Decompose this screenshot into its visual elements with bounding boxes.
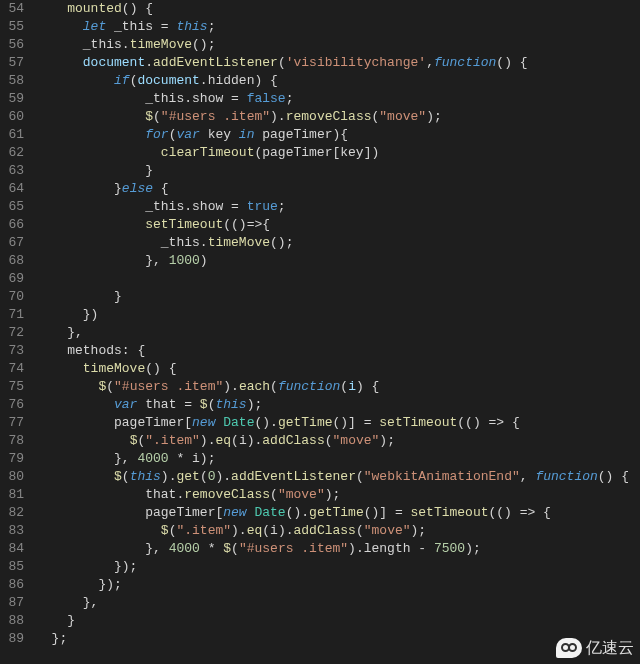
line-number: 61	[0, 126, 24, 144]
line-number: 57	[0, 54, 24, 72]
line-number: 86	[0, 576, 24, 594]
line-number: 76	[0, 396, 24, 414]
line-number: 87	[0, 594, 24, 612]
line-number: 67	[0, 234, 24, 252]
line-number: 89	[0, 630, 24, 648]
line-number: 88	[0, 612, 24, 630]
code-line[interactable]: _this.show = true;	[36, 198, 640, 216]
code-line[interactable]: clearTimeout(pageTimer[key])	[36, 144, 640, 162]
code-line[interactable]: }	[36, 288, 640, 306]
code-line[interactable]: }else {	[36, 180, 640, 198]
line-number: 73	[0, 342, 24, 360]
line-number: 66	[0, 216, 24, 234]
code-line[interactable]: timeMove() {	[36, 360, 640, 378]
code-line[interactable]: })	[36, 306, 640, 324]
code-line[interactable]: for(var key in pageTimer){	[36, 126, 640, 144]
code-line[interactable]: mounted() {	[36, 0, 640, 18]
line-number: 55	[0, 18, 24, 36]
line-number: 71	[0, 306, 24, 324]
line-number: 56	[0, 36, 24, 54]
line-number: 62	[0, 144, 24, 162]
line-number: 54	[0, 0, 24, 18]
line-number: 64	[0, 180, 24, 198]
line-number: 81	[0, 486, 24, 504]
line-number: 83	[0, 522, 24, 540]
line-number: 72	[0, 324, 24, 342]
code-line[interactable]: _this.show = false;	[36, 90, 640, 108]
code-line[interactable]: }	[36, 612, 640, 630]
code-line[interactable]: pageTimer[new Date().getTime()] = setTim…	[36, 414, 640, 432]
line-number: 80	[0, 468, 24, 486]
code-line[interactable]: let _this = this;	[36, 18, 640, 36]
code-line[interactable]: var that = $(this);	[36, 396, 640, 414]
code-line[interactable]: $("#users .item").each(function(i) {	[36, 378, 640, 396]
line-number: 74	[0, 360, 24, 378]
line-number: 69	[0, 270, 24, 288]
code-line[interactable]: }, 4000 * $("#users .item").length - 750…	[36, 540, 640, 558]
code-line[interactable]: pageTimer[new Date().getTime()] = setTim…	[36, 504, 640, 522]
line-number: 65	[0, 198, 24, 216]
code-line[interactable]: };	[36, 630, 640, 648]
code-editor[interactable]: 5455565758596061626364656667686970717273…	[0, 0, 640, 664]
line-number: 78	[0, 432, 24, 450]
line-number: 63	[0, 162, 24, 180]
line-number-gutter: 5455565758596061626364656667686970717273…	[0, 0, 32, 664]
line-number: 68	[0, 252, 24, 270]
code-line[interactable]	[36, 270, 640, 288]
line-number: 84	[0, 540, 24, 558]
line-number: 85	[0, 558, 24, 576]
line-number: 58	[0, 72, 24, 90]
code-line[interactable]: methods: {	[36, 342, 640, 360]
code-line[interactable]: $(".item").eq(i).addClass("move");	[36, 432, 640, 450]
line-number: 77	[0, 414, 24, 432]
code-line[interactable]: },	[36, 594, 640, 612]
code-line[interactable]: $(this).get(0).addEventListener("webkitA…	[36, 468, 640, 486]
line-number: 75	[0, 378, 24, 396]
code-line[interactable]: }, 4000 * i);	[36, 450, 640, 468]
code-line[interactable]: $("#users .item").removeClass("move");	[36, 108, 640, 126]
code-line[interactable]: },	[36, 324, 640, 342]
code-line[interactable]: that.removeClass("move");	[36, 486, 640, 504]
code-line[interactable]: });	[36, 576, 640, 594]
code-line[interactable]: }	[36, 162, 640, 180]
code-line[interactable]: $(".item").eq(i).addClass("move");	[36, 522, 640, 540]
code-line[interactable]: _this.timeMove();	[36, 36, 640, 54]
code-line[interactable]: }, 1000)	[36, 252, 640, 270]
line-number: 59	[0, 90, 24, 108]
code-content[interactable]: mounted() { let _this = this; _this.time…	[32, 0, 640, 664]
line-number: 82	[0, 504, 24, 522]
code-line[interactable]: });	[36, 558, 640, 576]
code-line[interactable]: document.addEventListener('visibilitycha…	[36, 54, 640, 72]
line-number: 79	[0, 450, 24, 468]
line-number: 70	[0, 288, 24, 306]
code-line[interactable]: _this.timeMove();	[36, 234, 640, 252]
code-line[interactable]: if(document.hidden) {	[36, 72, 640, 90]
code-line[interactable]: setTimeout(()=>{	[36, 216, 640, 234]
line-number: 60	[0, 108, 24, 126]
